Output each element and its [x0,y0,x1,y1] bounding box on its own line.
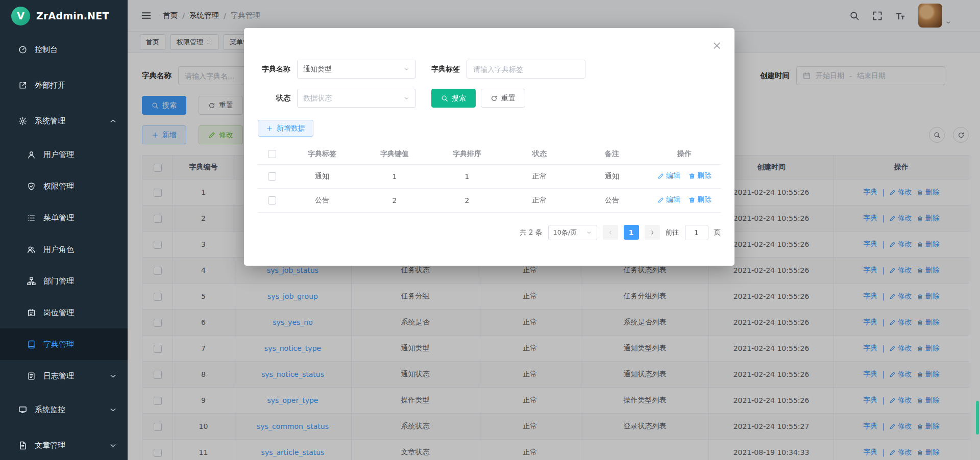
sidebar-item-user[interactable]: 用户管理 [0,139,128,170]
cell-dict-label: 通知 [286,164,358,188]
sidebar-item-label: 系统管理 [35,116,65,126]
delete-link[interactable]: 删除 [689,195,712,205]
external-link-icon [18,81,27,90]
pagination: 共 2 条 10条/页 1 前往 页 [258,225,721,240]
delete-link[interactable]: 删除 [689,171,712,181]
sidebar-item-permission[interactable]: 权限管理 [0,170,128,202]
shield-check-icon [27,182,36,191]
logo-icon: V [11,7,30,25]
sidebar: V ZrAdmin.NET 控制台 外部打开 系统管理 用户管理 [0,0,128,460]
goto-page-input[interactable] [685,225,708,240]
menu-list-icon [27,214,36,222]
gear-icon [18,117,27,125]
sidebar-item-menu[interactable]: 菜单管理 [0,202,128,234]
document-icon [18,441,27,450]
add-data-label: 新增数据 [277,124,305,133]
modal-table-row: 公告 2 2 正常 公告 编辑 删除 [258,188,721,212]
sidebar-item-dept[interactable]: 部门管理 [0,265,128,297]
plus-icon [266,125,273,132]
pagination-total: 共 2 条 [520,228,542,237]
page-size-select[interactable]: 10条/页 [548,225,597,240]
prev-page-button[interactable] [603,225,618,240]
header-dict-label: 字典标签 [286,144,358,164]
cell-dict-value: 1 [358,164,431,188]
dict-label-input[interactable] [467,60,585,79]
sidebar-item-label: 菜单管理 [43,213,74,223]
cell-status: 正常 [503,164,576,188]
edit-link[interactable]: 编辑 [657,195,680,205]
modal-filter-row-2: 状态 数据状态 搜索 重置 [258,89,721,108]
page-size-value: 10条/页 [553,228,577,237]
sidebar-item-post[interactable]: 岗位管理 [0,297,128,328]
edit-link[interactable]: 编辑 [657,171,680,181]
close-icon[interactable] [713,41,721,50]
org-tree-icon [27,277,36,286]
cell-dict-sort: 2 [431,188,503,212]
cell-dict-label: 公告 [286,188,358,212]
row-checkbox[interactable] [268,172,276,181]
sidebar-item-log[interactable]: 日志管理 [0,360,128,392]
next-page-button[interactable] [645,225,660,240]
app-logo[interactable]: V ZrAdmin.NET [0,0,128,32]
delete-link-label: 删除 [697,171,712,181]
sidebar-item-article[interactable]: 文章管理 [0,427,128,460]
sidebar-item-label: 字典管理 [43,340,74,349]
sidebar-item-external[interactable]: 外部打开 [0,67,128,103]
dict-label-label: 字典标签 [431,65,460,74]
sidebar-item-label: 权限管理 [43,182,74,191]
chevron-down-icon [403,95,410,101]
modal-filter-row-1: 字典名称 通知类型 字典标签 [258,60,721,79]
monitor-icon [18,405,27,414]
header-status: 状态 [503,144,576,164]
cell-status: 正常 [503,188,576,212]
id-badge-icon [27,309,36,317]
trash-icon [689,173,695,180]
edit-link-label: 编辑 [666,171,680,181]
modal-search-label: 搜索 [452,94,466,103]
sidebar-item-label: 用户角色 [43,245,74,254]
chevron-left-icon [607,229,614,236]
chevron-up-icon [109,117,117,125]
sidebar-item-system[interactable]: 系统管理 [0,103,128,139]
row-checkbox[interactable] [268,196,276,205]
modal-dict-name-label: 字典名称 [258,65,290,74]
chevron-down-icon [109,405,117,414]
sidebar-item-console[interactable]: 控制台 [0,32,128,67]
select-all-checkbox[interactable] [268,150,276,158]
dict-data-table: 字典标签 字典键值 字典排序 状态 备注 操作 通知 1 1 正常 通知 [258,144,721,213]
chevron-right-icon [649,229,655,236]
scrollbar-thumb[interactable] [976,401,979,435]
add-data-button[interactable]: 新增数据 [258,120,313,137]
page-number-1[interactable]: 1 [624,225,639,240]
status-select[interactable]: 数据状态 [297,89,416,108]
dict-name-select-value: 通知类型 [303,65,332,74]
sidebar-item-label: 岗位管理 [43,308,74,318]
trash-icon [689,197,695,203]
header-remark: 备注 [576,144,648,164]
chevron-down-icon [109,441,117,450]
header-dict-value: 字典键值 [358,144,431,164]
modal-search-button[interactable]: 搜索 [431,89,476,108]
sidebar-item-role[interactable]: 用户角色 [0,234,128,265]
sidebar-item-label: 系统监控 [35,405,65,415]
edit-icon [657,197,664,203]
refresh-icon [491,95,498,102]
sidebar-item-label: 部门管理 [43,276,74,286]
header-dict-sort: 字典排序 [431,144,503,164]
dashboard-icon [18,45,27,54]
modal-reset-button[interactable]: 重置 [481,89,525,108]
goto-label: 前往 [666,228,679,237]
modal-table-header-row: 字典标签 字典键值 字典排序 状态 备注 操作 [258,144,721,164]
cell-dict-value: 2 [358,188,431,212]
sidebar-item-label: 外部打开 [35,81,65,90]
sidebar-item-label: 用户管理 [43,150,74,160]
book-icon [27,340,36,349]
sidebar-item-monitor[interactable]: 系统监控 [0,392,128,427]
dict-data-modal: 字典名称 通知类型 字典标签 状态 数据状态 搜索 重置 新增数据 [244,28,734,266]
chevron-down-icon [586,229,592,236]
sidebar-item-label: 日志管理 [43,371,74,381]
sidebar-item-dict[interactable]: 字典管理 [0,328,128,360]
cell-remark: 公告 [576,188,648,212]
modal-table-row: 通知 1 1 正常 通知 编辑 删除 [258,164,721,188]
dict-name-select[interactable]: 通知类型 [297,60,416,79]
